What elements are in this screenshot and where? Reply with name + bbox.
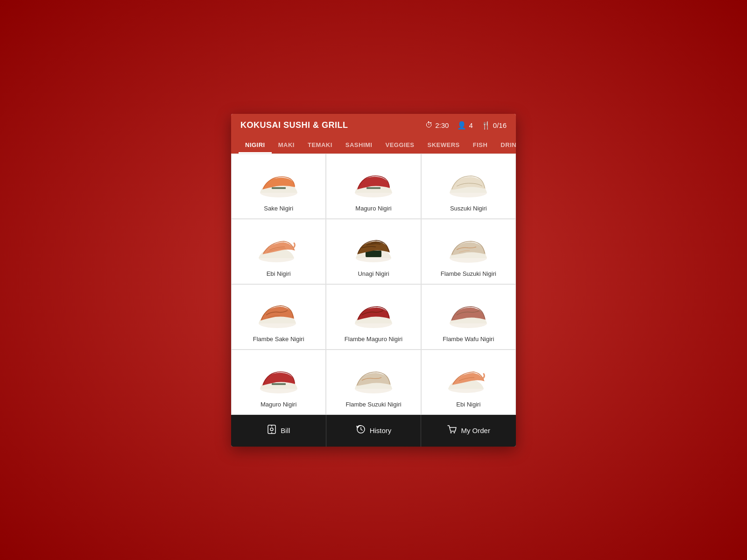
bill-button[interactable]: Bill [231, 415, 326, 447]
svg-point-17 [270, 428, 273, 431]
my-order-label: My Order [461, 427, 490, 434]
app-container: KOKUSAI SUSHI & GRILL ⏱ 2:30 👤 4 🍴 0/16 … [231, 114, 516, 447]
tab-drinks[interactable]: DRINKS [494, 137, 516, 154]
menu-grid: Sake Nigiri Maguro Nigiri [231, 154, 516, 415]
svg-rect-3 [366, 187, 381, 189]
flambe-maguro-nigiri-label: Flambe Maguro Nigiri [345, 336, 402, 343]
svg-rect-1 [272, 187, 286, 189]
svg-rect-13 [272, 383, 286, 385]
menu-item-maguro-nigiri[interactable]: Maguro Nigiri [326, 154, 421, 219]
maguro-nigiri-2-image [251, 362, 307, 397]
maguro-nigiri-2-label: Maguro Nigiri [261, 401, 296, 408]
tab-sashimi[interactable]: SASHIMI [339, 137, 379, 154]
menu-item-ebi-nigiri-2[interactable]: Ebi Nigiri [421, 350, 516, 415]
menu-item-flambe-maguro-nigiri[interactable]: Flambe Maguro Nigiri [326, 284, 421, 350]
order-display: 🍴 0/16 [481, 121, 507, 130]
tab-skewers[interactable]: SKEWERS [421, 137, 466, 154]
menu-item-suszuki-nigiri[interactable]: Suszuki Nigiri [421, 154, 516, 219]
flambe-suzuki-nigiri-label: Flambe Suzuki Nigiri [441, 270, 496, 277]
flambe-suzuki-nigiri-2-label: Flambe Suzuki Nigiri [345, 401, 401, 408]
flambe-sake-nigiri-image [251, 297, 307, 332]
history-icon [356, 424, 366, 437]
cart-icon [447, 424, 457, 437]
header-meta: ⏱ 2:30 👤 4 🍴 0/16 [425, 121, 507, 130]
flambe-suzuki-nigiri-image [440, 231, 496, 266]
bottom-bar: Bill History My Order [231, 415, 516, 447]
history-label: History [370, 427, 392, 434]
unagi-nigiri-image [345, 231, 402, 266]
time-value: 2:30 [435, 121, 449, 129]
menu-item-sake-nigiri[interactable]: Sake Nigiri [231, 154, 326, 219]
menu-item-unagi-nigiri[interactable]: Unagi Nigiri [326, 219, 421, 284]
suszuki-nigiri-label: Suszuki Nigiri [450, 205, 487, 212]
svg-point-22 [454, 432, 455, 434]
flambe-suzuki-nigiri-2-image [345, 362, 402, 397]
flambe-maguro-nigiri-image [345, 297, 402, 332]
maguro-nigiri-image [345, 166, 402, 201]
tab-maki[interactable]: MAKI [272, 137, 301, 154]
sake-nigiri-label: Sake Nigiri [264, 205, 293, 212]
tab-fish[interactable]: FISH [466, 137, 494, 154]
bill-icon [267, 424, 277, 437]
ebi-nigiri-label: Ebi Nigiri [267, 270, 291, 277]
history-button[interactable]: History [326, 415, 422, 447]
person-icon: 👤 [457, 121, 466, 130]
clock-icon: ⏱ [425, 121, 433, 129]
flambe-wafu-nigiri-label: Flambe Wafu Nigiri [443, 336, 494, 343]
nav-tabs: NIGIRI MAKI TEMAKI SASHIMI VEGGIES SKEWE… [231, 137, 516, 154]
unagi-nigiri-label: Unagi Nigiri [358, 270, 389, 277]
suszuki-nigiri-image [440, 166, 496, 201]
ebi-nigiri-image [251, 231, 307, 266]
tab-nigiri[interactable]: NIGIRI [239, 137, 272, 154]
tab-temaki[interactable]: TEMAKI [301, 137, 339, 154]
menu-item-flambe-wafu-nigiri[interactable]: Flambe Wafu Nigiri [421, 284, 516, 350]
fork-knife-icon: 🍴 [481, 121, 491, 130]
ebi-nigiri-2-label: Ebi Nigiri [456, 401, 480, 408]
menu-item-flambe-suzuki-nigiri[interactable]: Flambe Suzuki Nigiri [421, 219, 516, 284]
time-display: ⏱ 2:30 [425, 121, 449, 129]
menu-item-flambe-sake-nigiri[interactable]: Flambe Sake Nigiri [231, 284, 326, 350]
bill-label: Bill [281, 427, 290, 434]
ebi-nigiri-2-image [440, 362, 496, 397]
sake-nigiri-image [251, 166, 307, 201]
flambe-wafu-nigiri-image [440, 297, 496, 332]
guests-value: 4 [469, 121, 472, 129]
svg-point-21 [451, 432, 452, 434]
order-value: 0/16 [493, 121, 507, 129]
header: KOKUSAI SUSHI & GRILL ⏱ 2:30 👤 4 🍴 0/16 [231, 114, 516, 137]
menu-item-flambe-suzuki-nigiri-2[interactable]: Flambe Suzuki Nigiri [326, 350, 421, 415]
flambe-sake-nigiri-label: Flambe Sake Nigiri [253, 336, 304, 343]
menu-item-ebi-nigiri[interactable]: Ebi Nigiri [231, 219, 326, 284]
menu-item-maguro-nigiri-2[interactable]: Maguro Nigiri [231, 350, 326, 415]
my-order-button[interactable]: My Order [421, 415, 516, 447]
guests-display: 👤 4 [457, 121, 472, 130]
maguro-nigiri-label: Maguro Nigiri [355, 205, 391, 212]
restaurant-name: KOKUSAI SUSHI & GRILL [240, 120, 348, 130]
tab-veggies[interactable]: VEGGIES [379, 137, 421, 154]
